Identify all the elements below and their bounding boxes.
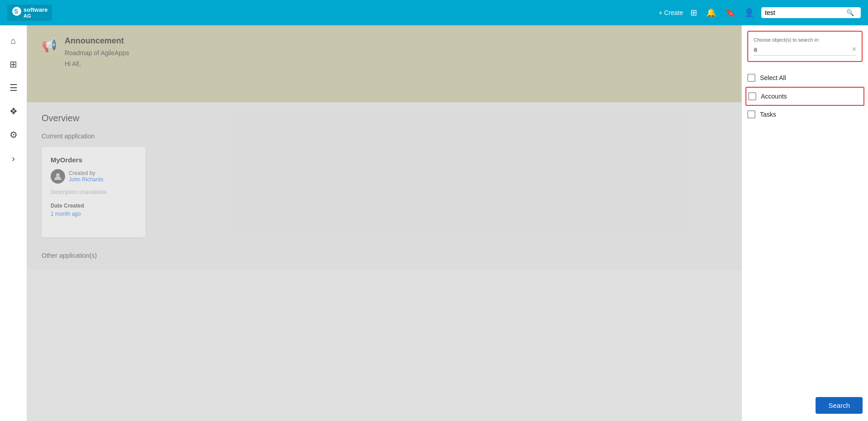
date-created-value: 1 month ago	[51, 211, 137, 217]
announcement-subtitle: Roadmap of AgileApps	[65, 49, 129, 57]
creator-link[interactable]: John Richards	[69, 176, 104, 183]
tasks-checkbox[interactable]	[747, 110, 755, 118]
accounts-item-container: Accounts	[745, 87, 864, 106]
sidebar: ⌂ ⊞ ☰ ❖ ⚙ ›	[0, 25, 27, 421]
global-search-box[interactable]: 🔍	[761, 7, 861, 18]
user-icon[interactable]: 👤	[742, 6, 756, 19]
filter-input-row: ×	[754, 45, 856, 56]
announcement-content: Announcement Roadmap of AgileApps Hi All…	[65, 36, 129, 67]
other-apps-label: Other application(s)	[42, 252, 727, 259]
top-navigation: S software AG + Create ⊞ 🔔 🔖 👤 🔍	[0, 0, 868, 25]
logo-s-icon: S	[12, 6, 22, 19]
creator-info: Created by John Richards	[69, 170, 104, 183]
main-content: 📢 Announcement Roadmap of AgileApps Hi A…	[27, 25, 741, 421]
bell-icon[interactable]: 🔔	[704, 6, 718, 19]
clear-filter-button[interactable]: ×	[852, 45, 856, 53]
tasks-label: Tasks	[760, 111, 776, 118]
sidebar-item-home[interactable]: ⌂	[4, 31, 24, 51]
filter-input[interactable]	[754, 46, 852, 53]
avatar	[51, 169, 65, 184]
select-all-checkbox[interactable]	[747, 74, 755, 82]
sidebar-item-settings[interactable]: ⚙	[4, 125, 24, 145]
right-panel: Choose object(s) to search in: × Select …	[741, 25, 868, 421]
select-all-label: Select All	[760, 74, 786, 81]
creator-label: Created by	[69, 170, 104, 176]
sidebar-item-dashboard[interactable]: ⊞	[4, 54, 24, 74]
accounts-label: Accounts	[761, 93, 787, 100]
dropdown-label: Choose object(s) to search in:	[754, 37, 856, 43]
accounts-item[interactable]: Accounts	[748, 89, 862, 104]
app-card-title: MyOrders	[51, 156, 137, 164]
grid-icon[interactable]: ⊞	[689, 6, 699, 19]
announcement-icon: 📢	[42, 38, 57, 53]
global-search-input[interactable]	[765, 9, 846, 16]
search-icon[interactable]: 🔍	[846, 9, 854, 16]
search-button-area: Search	[742, 390, 868, 421]
search-object-dropdown: Choose object(s) to search in: ×	[747, 31, 863, 62]
checkbox-section: Select All Accounts Tasks	[742, 67, 868, 125]
sidebar-item-list[interactable]: ☰	[4, 78, 24, 98]
app-card-creator: Created by John Richards	[51, 169, 137, 184]
search-button[interactable]: Search	[816, 397, 863, 414]
svg-point-2	[56, 173, 60, 177]
sidebar-item-apps[interactable]: ❖	[4, 101, 24, 121]
announcement-title: Announcement	[65, 36, 129, 46]
bookmark-icon[interactable]: 🔖	[723, 6, 737, 19]
create-button[interactable]: + Create	[659, 9, 683, 16]
logo[interactable]: S software AG	[7, 5, 52, 21]
sidebar-item-expand[interactable]: ›	[4, 148, 24, 168]
app-card[interactable]: MyOrders Created by John Richards Descri…	[42, 147, 146, 237]
overview-section: Overview Current application MyOrders Cr…	[27, 102, 741, 270]
overview-title: Overview	[42, 113, 727, 123]
select-all-item[interactable]: Select All	[747, 69, 863, 87]
tasks-item[interactable]: Tasks	[747, 106, 863, 123]
announcement-body: Hi All,	[65, 60, 129, 67]
app-card-description: Description unavailable	[51, 189, 137, 195]
current-app-label: Current application	[42, 132, 727, 140]
logo-text: software AG	[24, 6, 47, 19]
date-created-label: Date Created	[51, 203, 137, 209]
svg-text:S: S	[14, 8, 18, 15]
announcement-banner: 📢 Announcement Roadmap of AgileApps Hi A…	[27, 25, 741, 102]
accounts-checkbox[interactable]	[748, 92, 756, 100]
